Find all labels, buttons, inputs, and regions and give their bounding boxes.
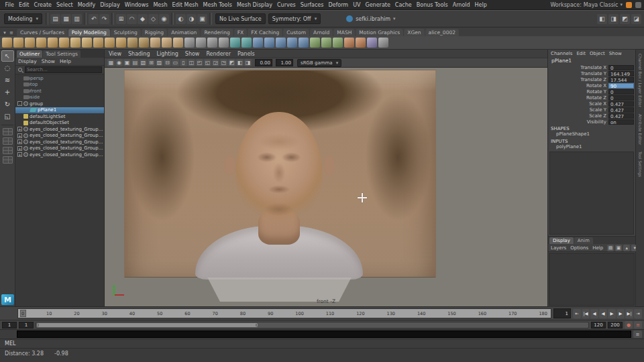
poly-torus-icon[interactable] — [48, 38, 58, 48]
menu-item[interactable]: Cache — [392, 2, 414, 8]
channel-box-menu-item[interactable]: Edit — [576, 51, 586, 56]
2d-pan-zoom-icon[interactable]: ⊞ — [148, 59, 155, 66]
new-empty-layer-icon[interactable]: ▤ — [607, 245, 614, 251]
range-slider-handle[interactable] — [37, 323, 258, 327]
render-current-frame-icon[interactable]: ◐ — [176, 14, 186, 24]
save-scene-icon[interactable]: ▥ — [72, 14, 82, 24]
poly-disc-icon[interactable] — [70, 38, 80, 48]
paint-select-tool[interactable]: ≋ — [1, 74, 14, 86]
layer-editor-menu-item[interactable]: Help — [592, 245, 603, 251]
poly-cube-icon[interactable] — [13, 38, 23, 48]
grid-icon[interactable]: ⊟ — [164, 59, 171, 66]
bevel-icon[interactable] — [310, 38, 320, 48]
animation-preferences-icon[interactable]: ≡ — [634, 321, 642, 328]
shelf-tab[interactable]: Sculpting — [111, 29, 141, 36]
current-frame-field[interactable]: 1 — [553, 308, 571, 318]
menu-item[interactable]: Deform — [326, 2, 351, 8]
script-editor-icon[interactable]: ≡ — [633, 330, 642, 338]
outliner-item[interactable]: + eyes_closed_texturing_Group25896 — [15, 152, 104, 158]
command-line-input[interactable] — [17, 330, 631, 338]
playback-start-field[interactable]: 1 — [19, 322, 34, 328]
shelf-tab[interactable]: Rigging — [142, 29, 167, 36]
input-node-name[interactable]: polyPlane1 — [548, 144, 635, 150]
step-forward-key-icon[interactable]: ▶| — [625, 309, 633, 318]
shelf-tab[interactable]: FX — [234, 29, 247, 36]
outliner-item[interactable]: - group — [15, 101, 104, 107]
channel-value-field[interactable]: 0.427 — [608, 113, 634, 119]
poly-helix-icon[interactable] — [116, 38, 126, 48]
channel-row[interactable]: Rotate Y 0 — [548, 88, 635, 95]
expand-toggle-icon[interactable]: + — [17, 133, 22, 138]
poly-gear-icon[interactable] — [127, 38, 138, 48]
layout-four-pane[interactable] — [3, 137, 13, 145]
toggle-modeling-toolkit-icon[interactable]: ◪ — [631, 14, 641, 24]
poly-cone-icon[interactable] — [36, 38, 46, 48]
expand-toggle-icon[interactable] — [17, 95, 22, 100]
channel-value-field[interactable]: 90 — [608, 83, 634, 88]
channel-box-menu-item[interactable]: Channels — [551, 51, 572, 56]
layer-editor-tab[interactable]: Display — [549, 237, 574, 244]
viewport-menu-item[interactable]: Lighting — [156, 51, 178, 57]
wireframe-on-shaded-icon[interactable]: ◧ — [236, 59, 244, 66]
scale-tool[interactable]: ◱ — [1, 111, 14, 122]
viewport-menu-item[interactable]: Panels — [237, 51, 255, 57]
outliner-item[interactable]: + eyes_closed_texturing_Group25851 — [15, 133, 104, 139]
outliner-item[interactable]: pPlane1 — [15, 107, 104, 114]
menu-item[interactable]: Windows — [122, 2, 151, 8]
outliner-item[interactable]: defaultObjectSet — [15, 120, 104, 127]
toggle-channel-box-icon[interactable]: ◩ — [620, 14, 630, 24]
poly-plane-icon[interactable] — [59, 38, 69, 48]
shape-node-name[interactable]: pPlaneShape1 — [548, 131, 635, 137]
channel-row[interactable]: Visibility on — [548, 119, 635, 125]
menu-item[interactable]: Modify — [75, 2, 98, 8]
viewport-menu-item[interactable]: Shading — [128, 51, 150, 57]
auto-keyframe-icon[interactable]: ● — [625, 321, 633, 328]
safe-action-icon[interactable]: ◱ — [204, 59, 211, 66]
workspace-selector[interactable]: Workspace: Maya Classic ▾ — [550, 2, 623, 8]
smooth-icon[interactable] — [230, 38, 240, 48]
menu-item[interactable]: Mesh — [151, 2, 170, 8]
shelf-tab[interactable]: XGen — [404, 29, 424, 36]
outliner-search-input[interactable] — [25, 66, 102, 73]
poly-pyramid-icon[interactable] — [93, 38, 103, 48]
render-settings-icon[interactable]: ▣ — [197, 14, 207, 24]
account-menu[interactable]: sefki.ibrahim ▾ — [346, 15, 395, 22]
channel-value-field[interactable]: 0 — [608, 65, 634, 70]
insert-edge-loop-icon[interactable] — [264, 38, 274, 48]
expand-toggle-icon[interactable]: + — [17, 146, 22, 151]
undo-icon[interactable]: ↶ — [89, 14, 99, 24]
hud-icon[interactable]: ◳ — [220, 59, 227, 66]
play-backwards-icon[interactable]: ◀ — [599, 309, 607, 318]
outliner-tab[interactable]: Tool Settings — [43, 50, 80, 58]
multi-cut-icon[interactable] — [253, 38, 263, 48]
target-weld-icon[interactable] — [344, 38, 354, 48]
menu-item[interactable]: Edit — [16, 2, 32, 8]
menu-set-selector[interactable]: Modeling ▾ — [4, 13, 42, 24]
shelf-tab[interactable]: Arnold — [310, 29, 333, 36]
shelf-tab[interactable]: Animation — [168, 29, 200, 36]
lock-icon[interactable] — [635, 2, 641, 8]
channel-row[interactable]: Translate X 0 — [548, 64, 635, 70]
shelf-tab[interactable]: Custom — [283, 29, 309, 36]
channel-value-field[interactable]: on — [608, 119, 634, 125]
range-slider[interactable] — [36, 322, 589, 328]
channel-value-field[interactable]: 0 — [608, 89, 634, 95]
outliner-item[interactable]: front — [15, 88, 104, 95]
go-to-start-icon[interactable]: ⇤ — [573, 309, 581, 318]
layer-editor-menu-item[interactable]: Layers — [551, 245, 566, 251]
outliner-item[interactable]: side — [15, 95, 104, 101]
combine-icon[interactable] — [184, 38, 195, 48]
menu-item[interactable]: File — [3, 2, 16, 8]
film-gate-icon[interactable]: ▭ — [172, 59, 179, 66]
shelf-tab[interactable]: Motion Graphics — [356, 29, 403, 36]
move-layer-up-icon[interactable]: ▴ — [623, 245, 630, 251]
crease-tool-icon[interactable] — [378, 38, 388, 48]
menu-item[interactable]: Generate — [363, 2, 392, 8]
new-layer-from-selected-icon[interactable]: ▣ — [615, 245, 622, 251]
separate-icon[interactable] — [196, 38, 206, 48]
redo-icon[interactable]: ↷ — [99, 14, 109, 24]
extrude-icon[interactable] — [321, 38, 331, 48]
expand-toggle-icon[interactable]: + — [17, 152, 22, 157]
menu-item[interactable]: Mesh Tools — [201, 2, 234, 8]
channel-box-menu-item[interactable]: Show — [609, 51, 622, 56]
